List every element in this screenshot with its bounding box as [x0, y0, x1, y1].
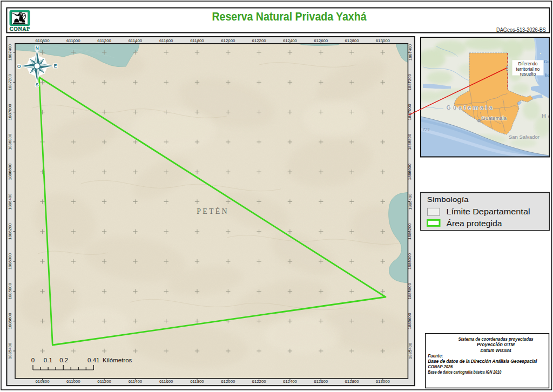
svg-text:O: O — [17, 64, 21, 69]
svg-text:0.2: 0.2 — [59, 357, 68, 363]
svg-text:1887000: 1887000 — [8, 104, 12, 120]
svg-text:Fuente:: Fuente: — [428, 353, 443, 359]
svg-text:1885400: 1885400 — [8, 342, 12, 359]
svg-text:E: E — [53, 63, 57, 69]
svg-text:Gu: Gu — [544, 59, 550, 64]
svg-text:1886800: 1886800 — [8, 133, 12, 150]
svg-text:Área protegida: Área protegida — [447, 219, 502, 228]
svg-text:Simbología: Simbología — [427, 195, 469, 204]
svg-text:Datum WGS84: Datum WGS84 — [481, 348, 511, 353]
svg-text:San Salvador: San Salvador — [509, 134, 539, 140]
svg-text:0.41: 0.41 — [87, 357, 99, 363]
svg-text:1887400: 1887400 — [8, 44, 12, 60]
svg-text:1886600: 1886600 — [8, 163, 12, 180]
svg-text:CONAP: CONAP — [10, 26, 30, 32]
svg-text:Guatemala: Guatemala — [482, 115, 507, 121]
svg-text:Diferendo: Diferendo — [518, 61, 538, 66]
svg-text:Proyección GTM: Proyección GTM — [477, 342, 515, 347]
svg-text:1885800: 1885800 — [8, 283, 12, 300]
svg-text:1885600: 1885600 — [8, 313, 12, 329]
svg-text:1887200: 1887200 — [8, 73, 12, 90]
svg-text:N: N — [35, 45, 38, 51]
svg-text:S: S — [36, 82, 39, 87]
svg-text:Kilómetros: Kilómetros — [103, 357, 132, 363]
svg-text:1886200: 1886200 — [8, 223, 12, 240]
svg-text:Base de datos de la Dirección: Base de datos de la Dirección Análisis G… — [428, 359, 537, 364]
svg-text:Guatemala: Guatemala — [447, 104, 495, 111]
svg-text:1886400: 1886400 — [8, 193, 12, 210]
svg-text:territorial no: territorial no — [516, 66, 540, 72]
svg-text:Límite Departamental: Límite Departamental — [447, 207, 530, 216]
svg-text:0.1: 0.1 — [44, 357, 52, 363]
svg-text:PETÉN: PETÉN — [197, 207, 229, 215]
svg-text:resuelto: resuelto — [520, 71, 536, 77]
svg-text:CONAP 2026: CONAP 2026 — [428, 364, 453, 369]
svg-text:Base de datos cartografía bási: Base de datos cartografía básica IGN 201… — [428, 369, 501, 375]
svg-text:721: 721 — [422, 127, 430, 132]
svg-text:0: 0 — [31, 357, 35, 363]
svg-text:Sistema de coordenadas proyect: Sistema de coordenadas proyectadas — [458, 336, 534, 342]
svg-text:1886000: 1886000 — [8, 253, 12, 269]
svg-text:DAGeos-513-2026-BS: DAGeos-513-2026-BS — [496, 27, 546, 33]
svg-text:Reserva Natural Privada Yaxhá: Reserva Natural Privada Yaxhá — [212, 10, 367, 23]
